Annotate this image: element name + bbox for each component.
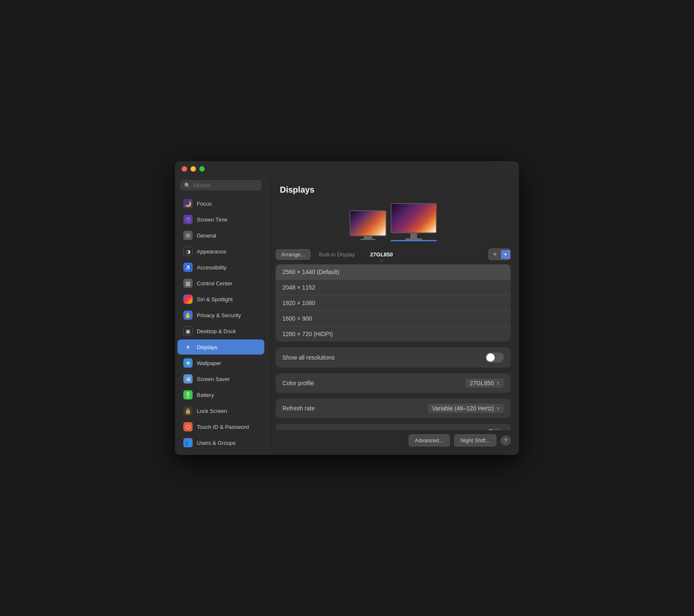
sidebar-item-control[interactable]: ▦ Control Center [177, 276, 264, 291]
sidebar-item-focus[interactable]: 🌙 Focus [177, 196, 264, 211]
refresh-rate-label: Refresh rate [282, 405, 315, 412]
sidebar-item-label: Siri & Spotlight [197, 296, 232, 303]
sidebar-item-label: General [197, 232, 216, 239]
hdr-toggle[interactable] [485, 429, 504, 430]
hdr-section: High Dynamic Range Automatically adjust … [276, 424, 511, 430]
chevron-up-down-icon: ⇅ [496, 381, 500, 386]
sidebar-item-accessibility[interactable]: ♿ Accessibility [177, 260, 264, 275]
desktop-icon: ▣ [183, 326, 193, 336]
general-icon: ⚙ [183, 231, 193, 240]
display-tabs: Arrange... Built-in Display 27GL850 + ▾ [267, 248, 519, 264]
add-display-group: + ▾ [488, 248, 511, 260]
page-title: Displays [267, 177, 519, 199]
sidebar-item-label: Screen Saver [197, 376, 230, 382]
sidebar-item-label: Wallpaper [197, 360, 221, 366]
resolution-item-2[interactable]: 1920 × 1080 [276, 295, 511, 311]
external-display-thumb[interactable] [391, 203, 437, 240]
settings-panel: 2560 × 1440 (Default) 2048 × 1152 1920 ×… [267, 264, 519, 430]
search-icon: 🔍 [184, 183, 190, 188]
main-panel: Displays Arrange... Built-in Displ [267, 177, 519, 455]
add-display-dropdown[interactable]: ▾ [501, 250, 510, 259]
sidebar-item-desktop[interactable]: ▣ Desktop & Dock [177, 324, 264, 339]
show-all-resolutions-label: Show all resolutions [282, 354, 335, 361]
help-button[interactable]: ? [501, 436, 511, 446]
hdr-main-row: High Dynamic Range [276, 424, 511, 430]
sidebar-item-appearance[interactable]: ◑ Appearance [177, 244, 264, 259]
sidebar: 🔍 🌙 Focus ⏱ Screen Time ⚙ General ◑ Appe… [175, 177, 267, 455]
sidebar-item-general[interactable]: ⚙ General [177, 228, 264, 243]
sidebar-item-wallpaper[interactable]: ❄ Wallpaper [177, 355, 264, 371]
tab-builtin[interactable]: Built-in Display [312, 250, 362, 259]
touchid-icon: ⬡ [183, 422, 193, 431]
arrange-button[interactable]: Arrange... [276, 249, 310, 260]
siri-icon [183, 295, 193, 304]
sidebar-item-label: Accessibility [197, 264, 227, 271]
sidebar-item-label: Touch ID & Password [197, 424, 249, 430]
advanced-button[interactable]: Advanced... [409, 434, 450, 446]
system-preferences-window: 🔍 🌙 Focus ⏱ Screen Time ⚙ General ◑ Appe… [175, 161, 519, 455]
refresh-rate-section: Refresh rate Variable (48–120 Hertz) ⇅ [276, 399, 511, 418]
displays-icon: ☀ [183, 342, 193, 352]
show-all-resolutions-row: Show all resolutions [276, 347, 511, 368]
users-icon: 👥 [183, 438, 193, 447]
content-area: 🔍 🌙 Focus ⏱ Screen Time ⚙ General ◑ Appe… [175, 177, 519, 455]
sidebar-item-label: Desktop & Dock [197, 328, 236, 334]
night-shift-button[interactable]: Night Shift... [454, 434, 496, 446]
color-profile-section: Color profile 27GL850 ⇅ [276, 373, 511, 393]
sidebar-item-label: Battery [197, 392, 214, 398]
selected-indicator [391, 240, 437, 241]
refresh-rate-value: Variable (48–120 Hertz) [432, 405, 494, 412]
show-all-resolutions-toggle[interactable] [485, 352, 504, 363]
sidebar-item-users[interactable]: 👥 Users & Groups [177, 435, 264, 450]
chevron-updown-icon: ⇅ [496, 406, 500, 411]
lockscreen-icon: 🔒 [183, 406, 193, 415]
refresh-rate-select[interactable]: Variable (48–120 Hertz) ⇅ [428, 404, 504, 413]
sidebar-item-label: Displays [197, 344, 217, 350]
sidebar-item-screentime[interactable]: ⏱ Screen Time [177, 212, 264, 227]
screentime-icon: ⏱ [183, 215, 193, 224]
show-all-resolutions-section: Show all resolutions [276, 347, 511, 368]
resolution-item-1[interactable]: 2048 × 1152 [276, 280, 511, 295]
sidebar-item-label: Users & Groups [197, 440, 235, 446]
search-box[interactable]: 🔍 [180, 180, 262, 191]
sidebar-item-siri[interactable]: Siri & Spotlight [177, 292, 264, 307]
search-input[interactable] [193, 182, 258, 188]
minimize-button[interactable] [190, 166, 196, 172]
close-button[interactable] [182, 166, 187, 172]
sidebar-item-label: Screen Time [197, 217, 227, 223]
sidebar-item-screensaver[interactable]: 🖥 Screen Saver [177, 371, 264, 386]
resolution-item-0[interactable]: 2560 × 1440 (Default) [276, 264, 511, 280]
battery-icon: 🔋 [183, 390, 193, 399]
sidebar-item-label: Focus [197, 201, 211, 207]
bottom-buttons: Advanced... Night Shift... ? [267, 430, 519, 455]
color-profile-row: Color profile 27GL850 ⇅ [276, 373, 511, 393]
maximize-button[interactable] [199, 166, 205, 172]
screensaver-icon: 🖥 [183, 374, 193, 384]
appearance-icon: ◑ [183, 247, 193, 256]
resolution-item-3[interactable]: 1600 × 900 [276, 311, 511, 326]
control-icon: ▦ [183, 279, 193, 288]
refresh-rate-row: Refresh rate Variable (48–120 Hertz) ⇅ [276, 399, 511, 418]
sidebar-item-displays[interactable]: ☀ Displays [177, 339, 264, 355]
sidebar-item-lockscreen[interactable]: 🔒 Lock Screen [177, 403, 264, 418]
displays-preview [267, 199, 519, 248]
traffic-lights [182, 166, 205, 172]
color-profile-select[interactable]: 27GL850 ⇅ [465, 378, 504, 388]
accessibility-icon: ♿ [183, 263, 193, 272]
privacy-icon: ✋ [183, 311, 193, 320]
add-display-button[interactable]: + [489, 249, 501, 260]
sidebar-item-privacy[interactable]: ✋ Privacy & Security [177, 308, 264, 323]
sidebar-item-label: Lock Screen [197, 408, 227, 414]
sidebar-item-touchid[interactable]: ⬡ Touch ID & Password [177, 419, 264, 434]
sidebar-item-label: Privacy & Security [197, 312, 241, 318]
sidebar-item-label: Control Center [197, 280, 232, 287]
focus-icon: 🌙 [183, 199, 193, 208]
color-profile-label: Color profile [282, 380, 314, 386]
sidebar-item-battery[interactable]: 🔋 Battery [177, 387, 264, 402]
tab-external[interactable]: 27GL850 [363, 250, 399, 259]
sidebar-item-label: Appearance [197, 248, 226, 255]
resolution-item-4[interactable]: 1280 × 720 (HiDPI) [276, 326, 511, 342]
builtin-display-thumb[interactable] [350, 210, 386, 240]
color-profile-value: 27GL850 [470, 380, 494, 386]
resolution-section: 2560 × 1440 (Default) 2048 × 1152 1920 ×… [276, 264, 511, 342]
